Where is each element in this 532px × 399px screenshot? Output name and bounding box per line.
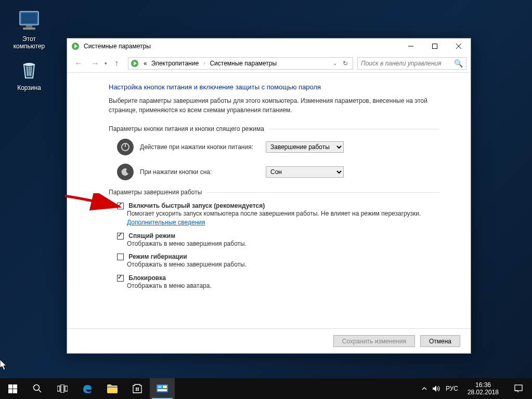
svg-rect-2 [26, 25, 32, 28]
svg-point-7 [24, 63, 34, 66]
page-subtitle: Выберите параметры завершения работы для… [109, 96, 439, 115]
power-options-icon [131, 59, 139, 68]
hibernate-checkbox[interactable] [117, 254, 124, 260]
lock-checkbox[interactable] [117, 275, 124, 282]
power-button-select[interactable]: Завершение работы [266, 141, 344, 153]
sleep-desc: Отображать в меню завершения работы. [127, 240, 439, 248]
svg-rect-10 [433, 44, 437, 49]
tray-chevron-up-icon[interactable] [422, 386, 427, 391]
option-hibernate: Режим гибернации Отображать в меню завер… [117, 253, 439, 269]
desktop-icon-label: Корзина [9, 84, 49, 91]
desktop-icon-this-pc[interactable]: Этот компьютер [9, 8, 49, 50]
svg-rect-25 [107, 387, 118, 388]
breadcrumb-prefix[interactable]: « [142, 59, 149, 68]
svg-rect-1 [21, 13, 37, 23]
refresh-button[interactable]: ↻ [340, 60, 351, 67]
control-panel-taskbar-button[interactable] [150, 378, 175, 399]
lock-desc: Отображать в меню аватара. [127, 282, 439, 290]
svg-rect-29 [138, 390, 139, 391]
svg-rect-32 [163, 385, 167, 388]
forward-button[interactable]: → [88, 56, 102, 71]
svg-rect-18 [8, 389, 12, 393]
titlebar: Системные параметры [67, 38, 471, 54]
svg-rect-34 [515, 385, 522, 391]
taskbar: РУС 16:36 28.02.2018 [0, 378, 532, 399]
sleep-button-select[interactable]: Сон [266, 166, 344, 178]
power-button-row: Действие при нажатии кнопки питания: Зав… [117, 139, 439, 155]
power-icon [117, 139, 134, 155]
svg-rect-16 [8, 384, 12, 389]
navbar: ← → ▾ ↑ « Электропитание › Системные пар… [67, 54, 471, 73]
search-box[interactable]: 🔍 [357, 57, 466, 70]
svg-rect-31 [158, 385, 162, 388]
clock[interactable]: 16:36 28.02.2018 [463, 381, 503, 396]
sleep-icon [117, 164, 134, 180]
svg-line-6 [31, 66, 31, 76]
option-sleep: Спящий режим Отображать в меню завершени… [117, 232, 439, 248]
mouse-cursor [0, 360, 8, 373]
annotation-arrow [62, 193, 122, 218]
page-heading: Настройка кнопок питания и включение защ… [109, 83, 439, 91]
hibernate-label: Режим гибернации [128, 253, 187, 260]
task-view-button[interactable] [50, 378, 75, 399]
fast-startup-desc: Помогает ускорить запуск компьютера посл… [127, 209, 439, 227]
breadcrumb-separator: › [201, 60, 207, 66]
system-settings-window: Системные параметры ← → ▾ ↑ « Электропит… [67, 38, 471, 354]
volume-icon[interactable] [432, 385, 440, 392]
sleep-button-row: При нажатии кнопки сна: Сон [117, 164, 439, 180]
sleep-checkbox[interactable] [117, 233, 124, 240]
close-button[interactable] [447, 38, 471, 54]
recycle-bin-icon [17, 57, 42, 82]
breadcrumb-dropdown[interactable]: ⌄ [331, 60, 339, 66]
more-info-link[interactable]: Дополнительные сведения [127, 219, 205, 226]
fast-startup-label: Включить быстрый запуск (рекомендуется) [128, 202, 265, 209]
desktop-icon-recycle-bin[interactable]: Корзина [9, 57, 49, 91]
system-tray: РУС 16:36 28.02.2018 [422, 378, 532, 399]
start-button[interactable] [0, 378, 25, 399]
section-power-buttons: Параметры кнопки питания и кнопки спящег… [109, 125, 439, 132]
svg-line-4 [27, 66, 28, 76]
minimize-button[interactable] [399, 38, 423, 54]
save-button[interactable]: Сохранить изменения [333, 335, 415, 347]
date-text: 28.02.2018 [468, 389, 499, 396]
history-dropdown[interactable]: ▾ [105, 61, 107, 66]
search-icon[interactable]: 🔍 [454, 59, 463, 68]
edge-button[interactable] [75, 378, 100, 399]
up-button[interactable]: ↑ [109, 56, 124, 71]
cancel-button[interactable]: Отмена [420, 335, 460, 347]
svg-rect-28 [136, 390, 137, 391]
power-button-label: Действие при нажатии кнопки питания: [140, 143, 259, 151]
back-button[interactable]: ← [71, 56, 86, 71]
svg-rect-19 [13, 389, 17, 393]
hibernate-desc: Отображать в меню завершения работы. [127, 260, 439, 269]
svg-line-21 [39, 390, 42, 393]
explorer-button[interactable] [100, 378, 125, 399]
sleep-label: Спящий режим [128, 232, 175, 240]
svg-rect-24 [65, 386, 68, 391]
search-input[interactable] [361, 60, 454, 67]
footer: Сохранить изменения Отмена [67, 328, 471, 353]
svg-rect-26 [136, 388, 137, 389]
control-panel-icon [71, 42, 80, 50]
svg-rect-33 [158, 389, 167, 391]
time-text: 16:36 [468, 381, 499, 389]
search-button[interactable] [25, 378, 50, 399]
window-title: Системные параметры [84, 43, 399, 50]
svg-rect-27 [138, 388, 139, 389]
breadcrumb-current[interactable]: Системные параметры [208, 59, 278, 68]
store-button[interactable] [125, 378, 150, 399]
option-fast-startup: Включить быстрый запуск (рекомендуется) … [117, 202, 439, 227]
svg-rect-17 [13, 384, 17, 389]
breadcrumb[interactable]: « Электропитание › Системные параметры ⌄… [128, 57, 353, 70]
lock-label: Блокировка [128, 274, 166, 282]
language-indicator[interactable]: РУС [446, 385, 458, 392]
svg-rect-3 [23, 28, 35, 30]
section-shutdown: Параметры завершения работы [109, 189, 439, 196]
sleep-button-label: При нажатии кнопки сна: [140, 168, 259, 176]
notifications-button[interactable] [508, 378, 529, 399]
breadcrumb-parent[interactable]: Электропитание [150, 59, 200, 68]
desktop-icon-label: Этот компьютер [9, 35, 49, 50]
option-lock: Блокировка Отображать в меню аватара. [117, 274, 439, 290]
computer-icon [17, 8, 42, 33]
maximize-button[interactable] [423, 38, 447, 54]
